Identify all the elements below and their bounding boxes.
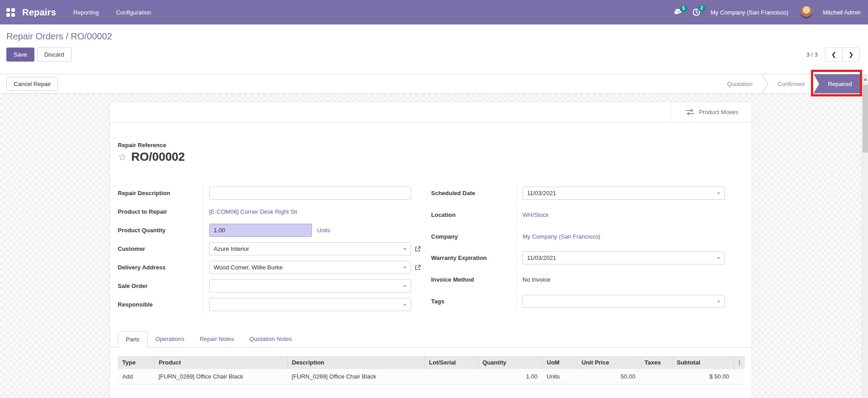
discard-button[interactable]: Discard [37, 48, 72, 62]
content-area: Product Moves Repair Reference ☆ RO/0000… [0, 94, 862, 398]
product-quantity-uom[interactable]: Units [317, 227, 331, 234]
form-sheet: Product Moves Repair Reference ☆ RO/0000… [110, 101, 752, 398]
external-link-icon[interactable] [414, 245, 422, 253]
tab-parts[interactable]: Parts [118, 331, 148, 348]
repair-description-label: Repair Description [118, 184, 203, 202]
pager-previous-button[interactable]: ❮ [825, 48, 843, 62]
left-field-group: Repair Description Product to Repair [E-… [118, 184, 421, 314]
messages-count-badge: 5 [680, 5, 688, 12]
cell-product: [FURN_0269] Office Chair Black [154, 369, 287, 384]
menu-configuration[interactable]: Configuration [116, 9, 151, 16]
cell-type: Add [118, 369, 154, 384]
product-moves-button[interactable]: Product Moves [671, 102, 752, 122]
cell-quantity: 1.00 [478, 369, 542, 384]
user-menu[interactable]: Mitchell Admin [823, 9, 861, 16]
scroll-up-arrow-icon[interactable] [863, 78, 867, 81]
tab-quotation-notes[interactable]: Quotation Notes [242, 331, 300, 347]
status-step-repaired[interactable]: Repaired [814, 74, 862, 93]
user-avatar[interactable] [800, 6, 813, 19]
repair-reference-label: Repair Reference [118, 142, 744, 149]
tab-operations[interactable]: Operations [148, 331, 192, 347]
column-uom[interactable]: UoM [542, 356, 577, 369]
breadcrumb-parent[interactable]: Repair Orders [6, 31, 63, 41]
external-link-icon[interactable] [414, 264, 422, 271]
column-subtotal[interactable]: Subtotal [672, 356, 734, 369]
column-description[interactable]: Description [287, 356, 424, 369]
sheet-header: Product Moves [110, 102, 752, 123]
parts-table-header-row: Type Product Description Lot/Serial Quan… [118, 356, 745, 369]
tags-input[interactable] [523, 295, 725, 308]
status-steps: Quotation Confirmed Repaired [718, 74, 862, 93]
scrollbar-thumb[interactable] [863, 85, 868, 153]
menu-reporting[interactable]: Reporting [73, 9, 99, 16]
cell-description: [FURN_0269] Office Chair Black [287, 369, 424, 384]
cancel-repair-button[interactable]: Cancel Repair [6, 77, 58, 91]
tags-label: Tags [431, 292, 516, 311]
vertical-scrollbar[interactable] [862, 74, 868, 398]
product-to-repair-value[interactable]: [E-COM06] Corner Desk Right Sit [209, 208, 297, 215]
app-name[interactable]: Repairs [22, 7, 56, 18]
breadcrumb-separator: / [63, 31, 71, 41]
pager-next-button[interactable]: ❯ [842, 48, 860, 62]
dots-vertical-icon: ⋮ [736, 359, 742, 366]
column-product[interactable]: Product [154, 356, 287, 369]
product-quantity-label: Product Quantity [118, 221, 203, 240]
company-switcher[interactable]: My Company (San Francisco) [710, 9, 788, 16]
customer-label: Customer [118, 240, 203, 258]
activities-count-badge: 2 [698, 5, 706, 11]
delivery-address-label: Delivery Address [118, 258, 203, 277]
company-label: Company [431, 227, 516, 246]
parts-table-row[interactable]: Add [FURN_0269] Office Chair Black [FURN… [118, 369, 745, 384]
control-panel: Repair Orders / RO/00002 Save Discard 3 … [0, 24, 868, 74]
favorite-star-icon[interactable]: ☆ [118, 152, 127, 162]
table-options-button[interactable]: ⋮ [734, 356, 745, 369]
column-lot-serial[interactable]: Lot/Serial [424, 356, 478, 369]
column-unit-price[interactable]: Unit Price [577, 356, 640, 369]
location-label: Location [431, 206, 516, 224]
field-groups: Repair Description Product to Repair [E-… [110, 184, 752, 314]
breadcrumb-current: RO/00002 [71, 31, 112, 41]
activities-button[interactable]: 2 [692, 8, 700, 16]
notebook-tabs: Parts Operations Repair Notes Quotation … [110, 331, 752, 348]
exchange-arrows-icon [685, 109, 695, 115]
apps-menu-icon[interactable] [6, 8, 15, 17]
warranty-expiration-input[interactable] [523, 251, 725, 264]
responsible-input[interactable] [209, 298, 411, 311]
tab-repair-notes[interactable]: Repair Notes [192, 331, 242, 347]
scheduled-date-label: Scheduled Date [431, 184, 516, 202]
column-quantity[interactable]: Quantity [478, 356, 542, 369]
product-quantity-input[interactable] [209, 224, 312, 237]
right-field-group: Scheduled Date Location WH/Stock Company… [431, 184, 744, 314]
pager-count: 3 / 3 [806, 51, 818, 58]
cell-taxes [640, 369, 672, 384]
responsible-label: Responsible [118, 295, 203, 314]
company-value[interactable]: My Company (San Francisco) [523, 233, 600, 240]
location-value[interactable]: WH/Stock [523, 211, 549, 218]
record-name: RO/00002 [131, 150, 185, 164]
customer-input[interactable] [209, 242, 411, 255]
delivery-address-input[interactable] [209, 261, 411, 274]
column-taxes[interactable]: Taxes [640, 356, 672, 369]
invoice-method-value: No Invoice [523, 276, 550, 283]
cell-options [734, 369, 745, 384]
warranty-expiration-label: Warranty Expiration [431, 249, 516, 267]
messages-button[interactable]: 5 [674, 9, 682, 16]
title-block: Repair Reference ☆ RO/00002 [110, 123, 752, 164]
top-navbar: Repairs Reporting Configuration 5 2 My C… [0, 0, 868, 24]
parts-table: Type Product Description Lot/Serial Quan… [118, 356, 745, 384]
save-button[interactable]: Save [6, 48, 34, 62]
product-to-repair-label: Product to Repair [118, 202, 203, 221]
cell-lot-serial [424, 369, 478, 384]
column-type[interactable]: Type [118, 356, 154, 369]
sale-order-label: Sale Order [118, 277, 203, 295]
cell-subtotal: $ 50.00 [672, 369, 734, 384]
repair-description-input[interactable] [209, 187, 411, 200]
product-moves-label: Product Moves [699, 109, 739, 115]
sale-order-input[interactable] [209, 279, 411, 293]
scheduled-date-input[interactable] [523, 187, 725, 200]
cell-unit-price: 50.00 [577, 369, 640, 384]
chevron-right-icon: ❯ [849, 51, 854, 58]
status-step-quotation[interactable]: Quotation [718, 81, 762, 87]
invoice-method-label: Invoice Method [431, 270, 516, 289]
status-step-confirmed[interactable]: Confirmed [768, 81, 814, 87]
